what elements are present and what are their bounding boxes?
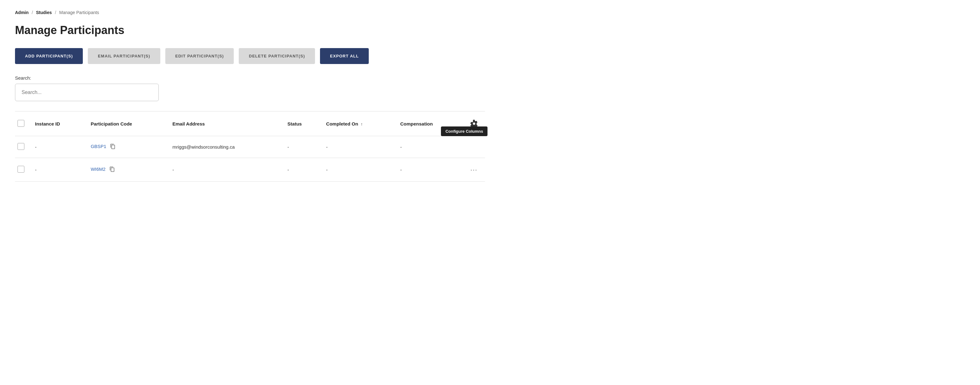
col-header-status: Status <box>283 111 321 136</box>
col-header-participation-code: Participation Code <box>86 111 167 136</box>
sort-arrow-completed-on: ↑ <box>361 122 363 127</box>
breadcrumb-admin[interactable]: Admin <box>15 10 29 15</box>
breadcrumb: Admin / Studies / Manage Participants <box>15 10 485 15</box>
search-input[interactable] <box>15 84 159 101</box>
row2-checkbox[interactable] <box>18 166 24 173</box>
col-header-checkbox <box>15 111 30 136</box>
email-participants-button[interactable]: EMAIL PARTICIPANT(S) <box>88 48 160 64</box>
row2-compensation: - <box>395 158 463 182</box>
participants-table-container: Instance ID Participation Code Email Add… <box>15 111 485 182</box>
page-title: Manage Participants <box>15 24 485 37</box>
col-header-email-address: Email Address <box>167 111 283 136</box>
col-header-settings: Configure Columns <box>463 111 485 136</box>
add-participants-button[interactable]: ADD PARTICIPANT(S) <box>15 48 83 64</box>
breadcrumb-sep1: / <box>32 10 33 15</box>
row1-instance-id: - <box>30 136 86 158</box>
participants-table: Instance ID Participation Code Email Add… <box>15 111 485 182</box>
table-row: - GBSP1 mriggs@windsorconsulting.ca - - … <box>15 136 485 158</box>
edit-participants-button[interactable]: EDIT PARTICIPANT(S) <box>165 48 234 64</box>
select-all-checkbox[interactable] <box>18 120 24 127</box>
breadcrumb-current: Manage Participants <box>59 10 99 15</box>
row1-email-address: mriggs@windsorconsulting.ca <box>167 136 283 158</box>
row2-checkbox-cell <box>15 158 30 182</box>
table-header-row: Instance ID Participation Code Email Add… <box>15 111 485 136</box>
row2-participation-code-link[interactable]: WI6M2 <box>91 166 106 172</box>
row2-email-address: - <box>167 158 283 182</box>
row2-ellipsis-button[interactable]: ··· <box>468 165 480 174</box>
row1-copy-icon[interactable] <box>110 144 116 150</box>
row1-participation-code-link[interactable]: GBSP1 <box>91 144 106 149</box>
row1-actions-cell <box>463 136 485 158</box>
row2-participation-code-cell: WI6M2 <box>86 158 167 182</box>
export-all-button[interactable]: EXPORT ALL <box>320 48 369 64</box>
table-row: - WI6M2 - - - - ··· <box>15 158 485 182</box>
col-header-instance-id: Instance ID <box>30 111 86 136</box>
row2-completed-on: - <box>321 158 395 182</box>
row2-copy-icon[interactable] <box>110 166 115 173</box>
configure-columns-tooltip: Configure Columns <box>441 127 487 136</box>
row1-status: - <box>283 136 321 158</box>
search-label: Search: <box>15 75 485 81</box>
row2-instance-id: - <box>30 158 86 182</box>
toolbar: ADD PARTICIPANT(S) EMAIL PARTICIPANT(S) … <box>15 48 485 64</box>
breadcrumb-sep2: / <box>55 10 56 15</box>
col-header-completed-on[interactable]: Completed On ↑ <box>321 111 395 136</box>
breadcrumb-studies[interactable]: Studies <box>36 10 52 15</box>
search-section: Search: <box>15 75 485 101</box>
row1-completed-on: - <box>321 136 395 158</box>
row1-participation-code-cell: GBSP1 <box>86 136 167 158</box>
row1-checkbox[interactable] <box>18 143 24 150</box>
delete-participants-button[interactable]: DELETE PARTICIPANT(S) <box>239 48 315 64</box>
row2-actions-cell: ··· <box>463 158 485 182</box>
row2-status: - <box>283 158 321 182</box>
row1-checkbox-cell <box>15 136 30 158</box>
row1-compensation: - <box>395 136 463 158</box>
